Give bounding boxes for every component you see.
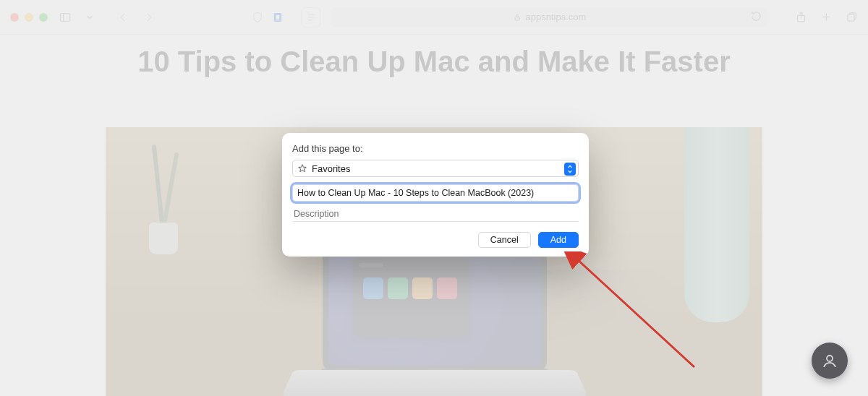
forward-button[interactable] bbox=[142, 10, 156, 25]
svg-rect-3 bbox=[276, 15, 280, 20]
privacy-report-icon[interactable] bbox=[250, 10, 265, 25]
tab-overview-icon[interactable] bbox=[846, 11, 858, 23]
lock-icon bbox=[513, 13, 522, 22]
share-icon[interactable] bbox=[795, 11, 807, 23]
minimize-window-button[interactable] bbox=[25, 13, 33, 22]
reload-icon[interactable] bbox=[751, 11, 762, 24]
back-button[interactable] bbox=[116, 10, 130, 25]
new-tab-icon[interactable] bbox=[820, 11, 833, 23]
dialog-button-row: Cancel Add bbox=[292, 232, 579, 248]
svg-rect-0 bbox=[60, 13, 70, 21]
svg-point-15 bbox=[827, 356, 833, 361]
dialog-prompt: Add this page to: bbox=[292, 143, 579, 154]
address-text: appsntips.com bbox=[526, 12, 587, 22]
folder-select-stepper-icon[interactable] bbox=[564, 163, 576, 176]
article-title: 10 Tips to Clean Up Mac and Make It Fast… bbox=[109, 45, 760, 79]
add-button[interactable]: Add bbox=[538, 232, 579, 248]
sidebar-toggle-icon[interactable] bbox=[58, 10, 72, 25]
nav-buttons bbox=[116, 10, 156, 25]
add-bookmark-dialog: Add this page to: Favorites Cancel Add bbox=[282, 133, 589, 257]
cancel-button[interactable]: Cancel bbox=[478, 232, 531, 248]
window-controls bbox=[10, 13, 48, 22]
svg-marker-13 bbox=[299, 165, 307, 172]
star-icon bbox=[297, 163, 307, 173]
svg-rect-12 bbox=[848, 14, 854, 21]
toolbar: appsntips.com bbox=[0, 0, 868, 35]
zoom-window-button[interactable] bbox=[39, 13, 48, 22]
profile-fab[interactable] bbox=[812, 343, 848, 379]
browser-window: appsntips.com 10 Tips to Clean Up Mac an… bbox=[0, 0, 868, 396]
address-bar[interactable]: appsntips.com bbox=[331, 7, 767, 27]
bookmark-description-input[interactable] bbox=[292, 206, 579, 222]
folder-select[interactable]: Favorites bbox=[292, 160, 579, 177]
tab-group-menu-icon[interactable] bbox=[82, 10, 97, 25]
reader-mode-icon[interactable] bbox=[301, 7, 321, 27]
close-window-button[interactable] bbox=[10, 13, 19, 22]
svg-rect-7 bbox=[515, 17, 519, 20]
folder-select-label: Favorites bbox=[312, 163, 350, 174]
extension-icon[interactable] bbox=[271, 10, 285, 25]
bookmark-title-input[interactable] bbox=[292, 184, 579, 202]
